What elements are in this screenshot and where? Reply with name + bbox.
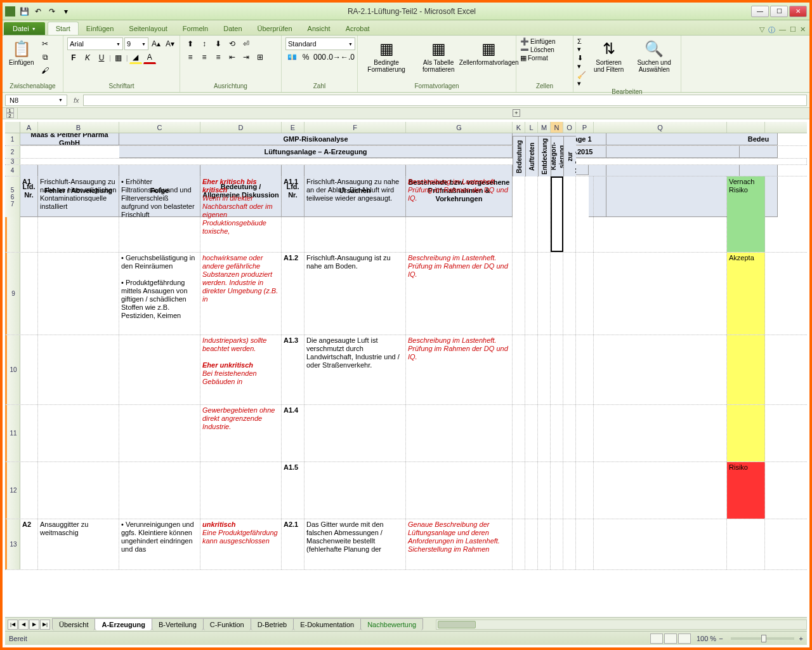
- cell[interactable]: [594, 335, 727, 404]
- row-header[interactable]: 13: [5, 519, 20, 569]
- align-left-icon[interactable]: ≡: [184, 51, 197, 63]
- zoom-in-icon[interactable]: +: [799, 635, 803, 642]
- cell[interactable]: [594, 405, 727, 461]
- cell[interactable]: [538, 462, 551, 519]
- cell[interactable]: [513, 462, 525, 519]
- cell[interactable]: [727, 519, 765, 569]
- underline-button[interactable]: U: [95, 51, 108, 64]
- zoom-slider[interactable]: [731, 637, 794, 640]
- tab-ansicht[interactable]: Ansicht: [300, 22, 338, 35]
- col-header[interactable]: Q: [594, 122, 727, 133]
- cell[interactable]: [594, 519, 727, 569]
- col-header[interactable]: M: [538, 122, 551, 133]
- cell[interactable]: Das Gitter wurde mit den falschen Abmess…: [304, 519, 406, 569]
- cell[interactable]: [551, 176, 563, 252]
- maximize-button[interactable]: ☐: [770, 6, 788, 17]
- tab-acrobat[interactable]: Acrobat: [338, 22, 377, 35]
- cell[interactable]: [513, 519, 525, 569]
- align-right-icon[interactable]: ≡: [212, 51, 225, 63]
- sort-filter-button[interactable]: ⇅Sortieren und Filtern: [589, 37, 629, 74]
- sheet-tab[interactable]: C-Funktion: [203, 618, 251, 630]
- formula-input[interactable]: [83, 95, 807, 106]
- redo-icon[interactable]: ↷: [46, 5, 58, 18]
- fill-icon[interactable]: ⬇ ▾: [577, 54, 586, 70]
- tab-seitenlayout[interactable]: Seitenlayout: [121, 22, 175, 35]
- cell[interactable]: [727, 405, 765, 461]
- cell[interactable]: unkritischEine Produktgefährdung kann au…: [200, 519, 282, 569]
- fx-icon[interactable]: fx: [70, 96, 83, 104]
- cell[interactable]: [119, 335, 200, 404]
- merge-icon[interactable]: ⊞: [254, 51, 266, 63]
- sheet-tab[interactable]: Nachbewertung: [360, 618, 423, 630]
- cell[interactable]: A1: [20, 176, 38, 252]
- bold-button[interactable]: F: [67, 51, 80, 64]
- cell[interactable]: hochwirksame oder andere gefährliche Sub…: [200, 253, 282, 335]
- font-size-combo[interactable]: 9▼: [124, 37, 148, 50]
- sheet-tab[interactable]: Übersicht: [52, 618, 95, 630]
- cell[interactable]: A2.1: [282, 519, 304, 569]
- cell[interactable]: [20, 462, 38, 519]
- cell[interactable]: [20, 253, 38, 335]
- select-all-corner[interactable]: [5, 122, 20, 133]
- autosum-icon[interactable]: Σ ▾: [577, 37, 586, 53]
- indent-inc-icon[interactable]: ⇥: [240, 51, 252, 63]
- cell[interactable]: [563, 176, 576, 252]
- save-icon[interactable]: 💾: [18, 5, 30, 18]
- clear-icon[interactable]: 🧹▾: [577, 71, 586, 88]
- cell[interactable]: Akzepta: [727, 253, 765, 335]
- cell[interactable]: [551, 253, 563, 335]
- close-button[interactable]: ✕: [789, 6, 807, 17]
- cell[interactable]: A1.1: [282, 176, 304, 252]
- cell[interactable]: [576, 405, 594, 461]
- tab-ueberpruefen[interactable]: Überprüfen: [250, 22, 300, 35]
- name-box[interactable]: N8▼: [5, 95, 67, 106]
- cell[interactable]: [538, 335, 551, 404]
- cell[interactable]: [406, 405, 513, 461]
- cell[interactable]: • Verunreinigungen und ggfs. Kleintiere …: [119, 519, 200, 569]
- col-header[interactable]: K: [513, 122, 525, 133]
- cell[interactable]: [576, 519, 594, 569]
- cell[interactable]: [525, 253, 538, 335]
- cell[interactable]: [538, 405, 551, 461]
- tab-start[interactable]: Start: [48, 22, 79, 35]
- cell[interactable]: [551, 405, 563, 461]
- grow-font-icon[interactable]: A▴: [150, 37, 162, 50]
- cell[interactable]: [200, 462, 282, 519]
- orientation-icon[interactable]: ⟲: [226, 37, 239, 50]
- cell[interactable]: [538, 176, 551, 252]
- cell[interactable]: [594, 462, 727, 519]
- row-header[interactable]: 10: [5, 335, 20, 404]
- sheet-nav-prev-icon[interactable]: ◀: [18, 620, 29, 630]
- number-format-combo[interactable]: Standard▼: [285, 37, 355, 50]
- cell[interactable]: [551, 519, 563, 569]
- tab-einfuegen[interactable]: Einfügen: [79, 22, 121, 35]
- cell[interactable]: Beschreibung im Lastenheft. Prüfung im R…: [406, 335, 513, 404]
- cell[interactable]: Frischluft-Ansaugung zu nahe an der Ablu…: [304, 176, 406, 252]
- cell[interactable]: Gewerbegebieten ohne direkt angrenzende …: [200, 405, 282, 461]
- cell[interactable]: [538, 519, 551, 569]
- doc-title-2[interactable]: Lüftungsanlage – A-Erzeugung: [119, 146, 513, 158]
- outline-level-2[interactable]: 2: [6, 113, 14, 118]
- currency-icon[interactable]: 💶: [285, 51, 298, 63]
- view-pagebreak-icon[interactable]: [678, 633, 691, 644]
- cell[interactable]: • Geruchsbelästigung in den Reinräumen• …: [119, 253, 200, 335]
- sheet-tab[interactable]: B-Verteilung: [152, 618, 204, 630]
- cell[interactable]: Eher kritisch bis kritischWenn in direkt…: [200, 176, 282, 252]
- col-header[interactable]: C: [119, 122, 200, 133]
- copy-icon[interactable]: ⧉: [39, 51, 51, 63]
- row-header[interactable]: 11: [5, 405, 20, 461]
- col-header[interactable]: A: [20, 122, 38, 133]
- cell[interactable]: Vernach Risiko: [727, 176, 765, 252]
- cell[interactable]: [551, 335, 563, 404]
- col-header[interactable]: N: [551, 122, 563, 133]
- format-cells-button[interactable]: ▦Format: [520, 54, 548, 62]
- thousand-icon[interactable]: 000: [313, 51, 326, 63]
- cell[interactable]: [576, 176, 594, 252]
- indent-dec-icon[interactable]: ⇤: [226, 51, 239, 63]
- row-header[interactable]: 3: [5, 159, 20, 164]
- sheet-nav-next-icon[interactable]: ▶: [29, 620, 39, 630]
- cell[interactable]: A1.2: [282, 253, 304, 335]
- cell[interactable]: A2: [20, 519, 38, 569]
- cell[interactable]: A1.5: [282, 462, 304, 519]
- cell[interactable]: Frischluft-Ansaugung ist zu nahe am Bode…: [304, 253, 406, 335]
